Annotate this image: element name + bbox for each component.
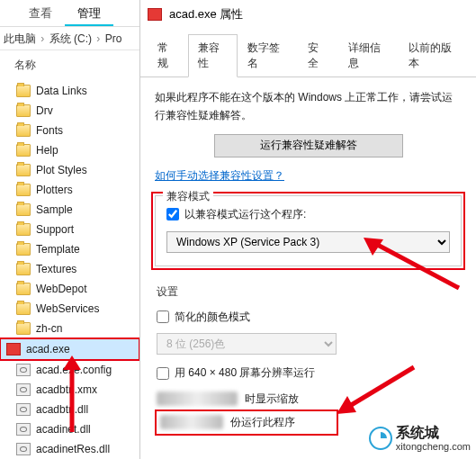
list-item[interactable]: WebServices xyxy=(0,299,139,319)
folder-icon xyxy=(16,223,31,236)
folder-icon xyxy=(16,124,31,137)
compat-mode-group: 兼容模式 以兼容模式运行这个程序: Windows XP (Service Pa… xyxy=(155,195,462,266)
intro-text: 如果此程序不能在这个版本的 Windows 上正常工作，请尝试运行兼容性疑难解答… xyxy=(155,88,462,125)
compat-mode-legend: 兼容模式 xyxy=(163,187,213,205)
list-item[interactable]: Sample xyxy=(0,200,139,220)
list-item-acad-exe[interactable]: acad.exe xyxy=(0,338,139,360)
explorer-tabs: 查看 管理 xyxy=(0,0,139,27)
folder-icon xyxy=(16,104,31,117)
file-icon xyxy=(16,383,31,396)
list-item[interactable]: zh-cn xyxy=(0,319,139,338)
folder-icon xyxy=(16,283,31,295)
chevron-right-icon: › xyxy=(96,32,100,45)
folder-icon xyxy=(16,164,31,176)
list-item[interactable]: Textures xyxy=(0,259,139,279)
color-depth-select[interactable]: 8 位 (256)色 xyxy=(157,333,337,355)
dialog-body: 如果此程序不能在这个版本的 Windows 上正常工作，请尝试运行兼容性疑难解答… xyxy=(140,77,476,457)
tab-details[interactable]: 详细信息 xyxy=(338,34,399,77)
list-item[interactable]: Data Links xyxy=(0,81,139,101)
run-troubleshooter-button[interactable]: 运行兼容性疑难解答 xyxy=(214,134,403,158)
tab-previous[interactable]: 以前的版本 xyxy=(399,34,469,77)
admin-label: 份运行此程序 xyxy=(230,413,295,431)
dialog-titlebar[interactable]: acad.exe 属性 xyxy=(140,0,476,29)
list-item[interactable]: Drv xyxy=(0,101,139,121)
list-item[interactable]: Support xyxy=(0,220,139,239)
folder-icon xyxy=(16,263,31,275)
folder-icon xyxy=(16,302,31,315)
list-item[interactable]: acadinet.dll xyxy=(0,419,139,439)
file-icon xyxy=(16,423,31,436)
file-list: Data Links Drv Fonts Help Plot Styles Pl… xyxy=(0,79,139,459)
watermark-logo-icon xyxy=(369,427,392,450)
tab-signature[interactable]: 数字签名 xyxy=(238,34,298,77)
blurred-content xyxy=(160,415,223,429)
explorer-panel: 查看 管理 此电脑 › 系统 (C:) › Pro 名称 Data Links … xyxy=(0,0,139,459)
dialog-tabs: 常规 兼容性 数字签名 安全 详细信息 以前的版本 xyxy=(140,34,476,77)
list-item[interactable]: acadbtn.dll xyxy=(0,400,139,419)
column-header-name[interactable]: 名称 xyxy=(0,50,139,79)
list-item[interactable]: WebDepot xyxy=(0,279,139,299)
breadcrumb-pc[interactable]: 此电脑 xyxy=(4,32,36,45)
res640-checkbox[interactable] xyxy=(157,367,169,380)
folder-icon xyxy=(16,144,31,157)
file-icon xyxy=(16,403,31,416)
breadcrumb[interactable]: 此电脑 › 系统 (C:) › Pro xyxy=(0,27,139,50)
list-item[interactable]: Plot Styles xyxy=(0,160,139,180)
list-item[interactable]: Template xyxy=(0,239,139,259)
file-icon xyxy=(16,364,31,376)
reduced-color-checkbox[interactable] xyxy=(157,310,169,323)
list-item[interactable]: acad.exe.config xyxy=(0,360,139,380)
app-icon xyxy=(6,343,21,356)
properties-dialog: acad.exe 属性 常规 兼容性 数字签名 安全 详细信息 以前的版本 如果… xyxy=(139,0,476,459)
compat-mode-select[interactable]: Windows XP (Service Pack 3) xyxy=(166,231,450,253)
tab-general[interactable]: 常规 xyxy=(148,34,188,77)
app-icon xyxy=(148,8,162,21)
list-item[interactable]: Help xyxy=(0,140,139,160)
breadcrumb-folder[interactable]: Pro xyxy=(105,32,122,45)
folder-icon xyxy=(16,85,31,97)
watermark: 系统城 xitongcheng.com xyxy=(369,425,471,452)
list-item[interactable]: Plotters xyxy=(0,180,139,200)
manual-settings-link[interactable]: 如何手动选择兼容性设置？ xyxy=(155,166,284,184)
compat-mode-label: 以兼容模式运行这个程序: xyxy=(184,205,306,223)
tab-security[interactable]: 安全 xyxy=(298,34,338,77)
compat-mode-checkbox[interactable] xyxy=(166,208,179,220)
settings-group: 设置 简化的颜色模式 8 位 (256)色 用 640 × 480 屏幕分辨率运… xyxy=(155,279,462,434)
folder-icon xyxy=(16,203,31,216)
tab-compatibility[interactable]: 兼容性 xyxy=(188,34,238,77)
watermark-text: 系统城 xitongcheng.com xyxy=(396,425,471,452)
reduced-color-label: 简化的颜色模式 xyxy=(175,308,250,326)
list-item[interactable]: Fonts xyxy=(0,121,139,140)
tab-view[interactable]: 查看 xyxy=(16,0,65,26)
chevron-right-icon: › xyxy=(40,32,44,45)
dialog-title: acad.exe 属性 xyxy=(169,6,243,22)
folder-icon xyxy=(16,184,31,196)
res640-label: 用 640 × 480 屏幕分辨率运行 xyxy=(175,364,315,382)
tab-manage[interactable]: 管理 xyxy=(65,0,113,26)
list-item[interactable]: acadinetRes.dll xyxy=(0,439,139,459)
folder-icon xyxy=(16,243,31,256)
file-icon xyxy=(16,443,31,455)
blurred-content xyxy=(157,392,238,406)
settings-legend: 设置 xyxy=(157,285,178,298)
list-item[interactable]: acadbtn.xmx xyxy=(0,380,139,400)
folder-icon xyxy=(16,322,31,335)
scale-label: 时显示缩放 xyxy=(245,390,299,408)
breadcrumb-drive[interactable]: 系统 (C:) xyxy=(49,32,92,45)
